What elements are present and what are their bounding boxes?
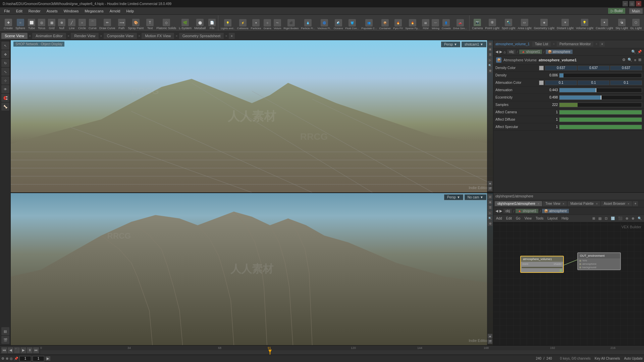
tab-geometry-spreadsheet[interactable]: Geometry Spreadsheet <box>179 33 224 39</box>
ne-tool-help[interactable]: Help <box>560 216 570 221</box>
tab-add-new[interactable]: + <box>599 42 605 47</box>
sidebar-handle[interactable]: ⊹ <box>1 76 9 84</box>
props-tool-gear[interactable]: ⚙ <box>622 58 626 62</box>
tab-composite-view[interactable]: Composite View <box>104 33 137 39</box>
prop-val-affect-camera[interactable]: 1 <box>539 110 559 114</box>
sidebar-render[interactable]: 🎬 <box>1 336 9 344</box>
sidebar-snap[interactable]: 🧲 <box>1 94 9 102</box>
tool-sphere[interactable]: ○Sphere <box>14 18 26 31</box>
ne-icon-4[interactable]: 🔢 <box>610 217 616 220</box>
nav-home[interactable]: ⌂ <box>503 50 506 54</box>
tool-grid[interactable]: ▦Grid <box>47 18 56 31</box>
tab-perf-monitor[interactable]: Performance Monitor <box>557 42 593 47</box>
tool-particles[interactable]: ✦Particles <box>250 18 262 31</box>
prop-val-eccentricity[interactable]: 0.498 <box>539 96 559 99</box>
tool-file[interactable]: 📄File <box>207 18 217 31</box>
viewport-bottom[interactable]: Persp ▼ No cam ▼ <box>11 193 493 345</box>
att-color-g[interactable]: 0.1 <box>578 80 609 85</box>
net-tab-tree-view[interactable]: Tree View × <box>543 201 567 206</box>
env-input-port-atm[interactable] <box>579 263 581 265</box>
tool-oceans[interactable]: 🌊Oceans <box>333 18 344 31</box>
net-tab-asset-browser[interactable]: Asset Browser × <box>601 201 632 206</box>
env-input-port-pct[interactable] <box>579 260 581 262</box>
tab-animation-editor[interactable]: Animation Editor <box>32 33 66 39</box>
sidebar-pose[interactable]: 🦴 <box>1 103 9 111</box>
vp-tool-1[interactable]: ⊡ <box>488 42 492 46</box>
tool-create[interactable]: ✚Create <box>3 18 14 31</box>
persp-button-bottom[interactable]: Persp ▼ <box>444 194 463 200</box>
btn-goto-end[interactable]: ⏭ <box>33 347 39 353</box>
vp-btool-3[interactable]: ☰ <box>488 205 492 210</box>
tab-motion-fx-view[interactable]: Motion FX View <box>142 33 174 39</box>
tool-geometry-light[interactable]: ◈Geometry Light <box>533 18 555 31</box>
fi-icon4[interactable]: 📌 <box>14 357 18 360</box>
color-swatch-density[interactable] <box>539 66 544 70</box>
frame-current-input[interactable] <box>33 356 44 361</box>
ne-icon-2[interactable]: ▤ <box>597 217 602 220</box>
tool-lsystem[interactable]: 🌿L-System <box>178 18 193 31</box>
tool-curve[interactable]: ⌒Curve <box>88 18 98 31</box>
ne-icon-7[interactable]: ⊕ <box>631 217 635 220</box>
ne-tool-edit[interactable]: Edit <box>505 216 513 221</box>
vp-btool-8[interactable]: 🎬 <box>488 339 492 344</box>
build-button[interactable]: ▷ Build <box>608 8 626 14</box>
ne-icon-3[interactable]: ⊡ <box>604 217 608 220</box>
btn-step-back[interactable]: ◀ <box>8 347 13 353</box>
tool-camera[interactable]: 📷Camera <box>471 18 484 31</box>
vp-tool-8[interactable]: 🎬 <box>488 186 492 191</box>
vp-btool-6[interactable]: ⚙ <box>488 221 492 226</box>
fi-icon1[interactable]: ⚙ <box>1 357 4 360</box>
net-tab-close-asset[interactable]: × <box>628 202 629 205</box>
tool-collisions[interactable]: ⚡Collisions <box>236 18 250 31</box>
net-tab-atmosphere[interactable]: obj/shopnet1/atmosphere × <box>495 201 542 206</box>
ne-tool-layout[interactable]: Layout <box>546 216 559 221</box>
nav-shopnet1[interactable]: 🔺 shopnet1 <box>519 50 542 54</box>
tool-volume-light[interactable]: 💡Volume Light <box>575 18 594 31</box>
tab-take-list[interactable]: Take List <box>532 42 551 47</box>
frame-play-fwd[interactable]: ▶ <box>46 356 50 361</box>
menu-help[interactable]: Help <box>123 8 137 14</box>
btn-goto-start[interactable]: ⏮ <box>1 347 7 353</box>
ne-tool-add[interactable]: Add <box>495 216 503 221</box>
ne-nav-shopnet[interactable]: 🔺 shopnet1 <box>516 209 538 213</box>
tool-velum[interactable]: 〜Velum <box>273 18 282 31</box>
nav-pin[interactable]: 📌 <box>637 50 642 54</box>
tool-fem[interactable]: ▤FEM <box>421 18 430 31</box>
tool-lights-and[interactable]: 💡Lights and.. <box>220 18 235 31</box>
tool-distant-light[interactable]: ☀Distant Light <box>556 18 575 31</box>
sidebar-view[interactable]: 👁 <box>1 85 9 93</box>
tool-point-light[interactable]: ⦿Point Light <box>484 18 500 31</box>
vp-tool-6[interactable]: ⚙ <box>488 68 492 73</box>
tool-area-light[interactable]: ▭Area Light <box>517 18 532 31</box>
ne-tool-tools[interactable]: Tools <box>534 216 545 221</box>
node-output-port[interactable] <box>559 269 562 272</box>
tool-grains[interactable]: ⊹Grains <box>263 18 273 31</box>
sidebar-display[interactable]: ▤ <box>1 327 9 335</box>
node-atmosphere-volume1[interactable]: atmosphere_volume1 more shader <box>520 256 564 273</box>
tool-line[interactable]: ╱Line <box>67 18 76 31</box>
ne-nav-fwd[interactable]: ▶ <box>499 209 502 213</box>
tool-null[interactable]: ⊕Null <box>57 18 66 31</box>
sidebar-scale[interactable]: ⤡ <box>1 68 9 76</box>
ne-nav-obj[interactable]: obj <box>503 209 512 213</box>
frame-start-input[interactable] <box>19 356 31 361</box>
color-swatch-attenuation[interactable] <box>539 80 544 85</box>
vp-tool-5[interactable]: 🔍 <box>488 63 492 68</box>
persp-button-top[interactable]: Persp ▼ <box>441 42 460 47</box>
tool-pyro-fx[interactable]: 🔥Pyro FX <box>392 18 404 31</box>
ne-tool-view[interactable]: View <box>523 216 533 221</box>
vp-tool-4[interactable]: ▷ <box>488 58 492 62</box>
prop-slider-affect-diffuse[interactable] <box>559 117 642 122</box>
tool-draw-curve[interactable]: ✏Draw Curve <box>98 18 116 31</box>
net-tab-material-palette[interactable]: Material Palette × <box>568 201 600 206</box>
prop-slider-density[interactable] <box>559 73 642 78</box>
nav-arrow-right[interactable]: ▶ <box>499 50 502 54</box>
ne-nav-atm[interactable]: 📦 atmosphere <box>542 209 569 213</box>
node-out-environment[interactable]: OUT_environment %% atmosphere <box>577 252 621 270</box>
tool-wiring[interactable]: 〰Wiring <box>431 18 440 31</box>
tab-add[interactable]: + <box>229 33 235 39</box>
close-button[interactable]: ✕ <box>636 1 641 6</box>
tool-path[interactable]: ⟿Path <box>117 18 126 31</box>
tool-drive-sim[interactable]: 🚗Drive Sim... <box>452 18 468 31</box>
shotcam-button[interactable]: shotcam1 ▼ <box>462 42 486 47</box>
